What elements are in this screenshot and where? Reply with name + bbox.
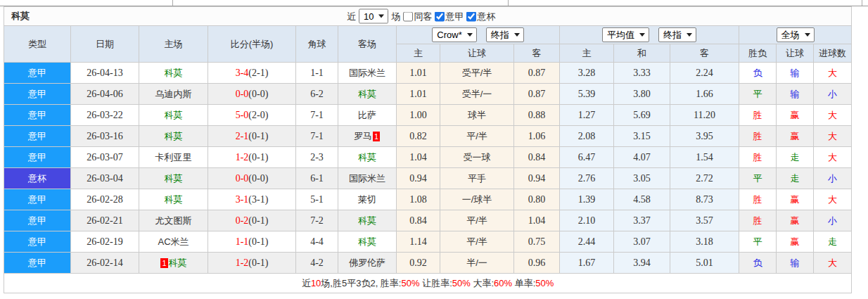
full-match-scope-select[interactable]: 全场 [777, 27, 815, 42]
handicap-odds-group: Crow* 终指 [397, 26, 560, 44]
avg-draw-odds: 3.37 [614, 210, 670, 231]
crow-away-odds: 0.80 [514, 189, 560, 210]
home-team-cell: 科莫 [139, 63, 208, 84]
crow-handicap: 一/球半 [440, 189, 514, 210]
result-handicap: 赢 [777, 126, 814, 147]
same-away-checkbox-input[interactable] [403, 11, 413, 21]
result-wdl: 平 [739, 231, 777, 253]
avg-draw-odds: 4.07 [614, 147, 670, 168]
chevron-down-icon [467, 33, 473, 37]
subcol-crow-handicap: 让球 [440, 44, 514, 63]
avg-odds-stage-select[interactable]: 终指 [658, 27, 696, 42]
col-header-away: 客场 [338, 26, 397, 63]
avg-home-odds: 1.67 [560, 253, 614, 274]
table-row: 意甲 26-02-14 1科莫 1-2(0-1) 4-2 佛罗伦萨 0.92 半… [4, 253, 852, 274]
date-cell: 26-03-04 [71, 168, 139, 189]
filter-controls: 近 10 场 同客 意甲 意杯 [347, 9, 495, 24]
league-cell: 意杯 [4, 168, 71, 189]
date-cell: 26-02-28 [71, 189, 139, 210]
score-cell: 1-1(0-1) [208, 231, 296, 253]
score-cell: 0-0(0-0) [208, 168, 296, 189]
avg-draw-odds: 3.05 [614, 168, 670, 189]
crow-away-odds: 0.84 [514, 147, 560, 168]
crow-handicap: 半/一 [440, 253, 514, 274]
crow-home-odds: 1.01 [397, 63, 440, 84]
europe-odds-group: 平均值 终指 [560, 26, 739, 44]
avg-company-select[interactable]: 平均值 [602, 27, 649, 42]
red-card-badge: 1 [160, 258, 167, 268]
result-handicap: 赢 [777, 189, 814, 210]
table-row: 意杯 26-03-04 科莫 0-0(0-0) 6-1 国际米兰 0.94 平手… [4, 168, 852, 189]
result-goals: 大 [814, 63, 852, 84]
home-team-cell: 尤文图斯 [139, 210, 208, 231]
result-handicap: 赢 [777, 210, 814, 231]
table-row: 意甲 26-03-07 卡利亚里 1-2(0-1) 2-3 科莫 1.04 受一… [4, 147, 852, 168]
result-wdl: 负 [739, 253, 777, 274]
table-row: 意甲 26-02-19 AC米兰 1-1(0-1) 4-4 科莫 1.14 平/… [4, 231, 852, 253]
result-handicap: 输 [777, 253, 814, 274]
corner-cell: 7-2 [296, 210, 338, 231]
avg-away-odds: 11.20 [670, 105, 739, 126]
subcol-result-handicap: 让球 [777, 44, 814, 63]
away-team-cell: 比萨 [338, 105, 397, 126]
avg-home-odds: 2.44 [560, 231, 614, 253]
corner-cell: 4-4 [296, 231, 338, 253]
score-cell: 5-0(2-0) [208, 105, 296, 126]
avg-draw-odds: 3.07 [614, 231, 670, 253]
col-header-home: 主场 [139, 26, 208, 63]
subcol-crow-away: 客 [514, 44, 560, 63]
chevron-down-icon [514, 33, 520, 37]
league-cell: 意甲 [4, 84, 71, 105]
away-team-cell: 国际米兰 [338, 63, 397, 84]
away-team-cell: 科莫 [338, 231, 397, 253]
result-goals: 小 [814, 84, 852, 105]
table-row: 意甲 26-03-16 科莫 2-1(0-1) 7-1 罗马1 0.82 平/半… [4, 126, 852, 147]
crow-away-odds: 0.87 [514, 84, 560, 105]
page-top-border [0, 0, 868, 6]
table-row: 意甲 26-04-13 科莫 3-4(2-1) 1-1 国际米兰 1.01 受平… [4, 63, 852, 84]
matches-count-select[interactable]: 10 [359, 9, 388, 24]
team-name-title: 科莫 [4, 11, 30, 21]
subcol-avg-draw: 和 [614, 44, 670, 63]
same-away-checkbox[interactable]: 同客 [403, 10, 432, 23]
crow-home-odds: 1.01 [397, 84, 440, 105]
result-wdl: 胜 [739, 210, 777, 231]
score-cell: 0-2(0-1) [208, 210, 296, 231]
avg-home-odds: 2.76 [560, 168, 614, 189]
date-cell: 26-04-13 [71, 63, 139, 84]
coppa-italia-checkbox-input[interactable] [466, 11, 476, 21]
crow-away-odds: 1.06 [514, 126, 560, 147]
serie-a-checkbox[interactable]: 意甲 [435, 10, 464, 23]
score-cell: 0-0(0-0) [208, 84, 296, 105]
chevron-down-icon [805, 33, 810, 37]
crow-handicap: 受一球 [440, 147, 514, 168]
league-cell: 意甲 [4, 231, 71, 253]
result-handicap: 走 [777, 147, 814, 168]
crow-odds-stage-select[interactable]: 终指 [486, 27, 524, 42]
crow-company-select[interactable]: Crow* [432, 27, 476, 42]
serie-a-checkbox-input[interactable] [435, 11, 445, 21]
avg-draw-odds: 3.33 [614, 63, 670, 84]
coppa-italia-checkbox[interactable]: 意杯 [466, 10, 495, 23]
crow-handicap: 平/半 [440, 210, 514, 231]
col-header-type: 类型 [4, 26, 71, 63]
recent-matches-table: 科莫 近 10 场 同客 意甲 [4, 6, 852, 293]
result-handicap: 赢 [777, 231, 814, 253]
result-goals: 大 [814, 253, 852, 274]
summary-stats: 近10场,胜5平3负2, 胜率:50% 让胜率:50% 大率:60% 单率:50… [4, 274, 852, 293]
away-team-cell: 莱切 [338, 189, 397, 210]
avg-home-odds: 2.08 [560, 126, 614, 147]
result-wdl: 胜 [739, 126, 777, 147]
same-away-label: 同客 [414, 10, 432, 23]
result-wdl: 平 [739, 168, 777, 189]
crow-home-odds: 0.94 [397, 168, 440, 189]
crow-home-odds: 1.04 [397, 147, 440, 168]
home-team-cell: 科莫 [139, 168, 208, 189]
home-team-cell: AC米兰 [139, 231, 208, 253]
result-goals: 小 [814, 168, 852, 189]
avg-away-odds: 3.18 [670, 231, 739, 253]
subcol-avg-away: 客 [670, 44, 739, 63]
crow-away-odds: 0.96 [514, 253, 560, 274]
score-cell: 3-1(3-1) [208, 189, 296, 210]
col-header-score: 比分(半场) [208, 26, 296, 63]
